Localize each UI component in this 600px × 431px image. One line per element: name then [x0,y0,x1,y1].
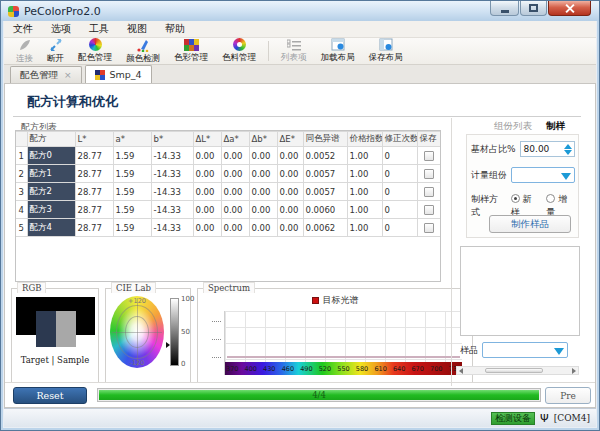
legend-label: 目标光谱 [323,294,359,307]
progress-text: 4/4 [98,389,540,401]
menu-file[interactable]: 文件 [4,20,42,38]
minimize-button[interactable] [490,1,519,16]
col-metamerism: 同色异谱 [303,132,347,147]
lightness-scale [170,298,179,366]
cell-dL: 0.00 [193,165,221,183]
maximize-button[interactable] [520,1,547,16]
recipe-name-cell[interactable]: 配方3 [27,201,75,219]
cielab-panel: CIE Lab +120 -120 100 50 0 [105,288,191,383]
tab-close-icon[interactable]: × [64,70,72,80]
scrollbar-thumb[interactable] [485,368,543,373]
y-axis-tick [212,339,221,340]
color-detect-icon [135,38,151,52]
cell-correction: 0 [382,165,417,183]
scroll-left-icon[interactable] [459,368,463,374]
cell-b: -14.33 [151,201,193,219]
tab-make-sample[interactable]: 制样 [546,120,565,133]
save-checkbox[interactable] [424,223,434,233]
lightness-marker [166,342,170,348]
spectrum-plot: 370 400 430 460 490 520 550 580 610 640 … [224,311,462,375]
cell-save [417,165,440,183]
save-checkbox[interactable] [424,169,434,179]
close-icon [565,3,575,13]
cell-metamerism: 0.0060 [303,201,347,219]
cell-da: 0.00 [221,147,249,165]
target-spectrum-curve [227,356,460,358]
sample-list-box[interactable] [460,246,580,336]
base-ratio-input[interactable]: 80.00 [520,141,575,157]
cell-correction: 0 [382,183,417,201]
toolbar-load-layout-button[interactable]: 加载布局 [314,38,362,64]
row-index: 1 [16,147,27,165]
maximize-icon [529,4,538,12]
cell-da: 0.00 [221,183,249,201]
toolbar-colorant-manage-button[interactable]: 色料管理 [215,38,263,64]
menu-help[interactable]: 帮助 [156,20,194,38]
table-row[interactable]: 5 配方4 28.77 1.59 -14.33 0.00 0.00 0.00 0… [16,219,440,237]
make-sample-button[interactable]: 制作样品 [489,215,571,233]
col-L: L* [75,132,113,147]
title-bar: PeColorPro2.0 [1,1,599,21]
cell-metamerism: 0.0052 [303,147,347,165]
reset-button[interactable]: Reset [13,387,87,404]
tick-370: 370 [226,365,238,373]
legend-color-swatch [312,297,319,304]
cell-save [417,201,440,219]
com-port-label: [COM4] [554,413,590,423]
tick-520: 520 [319,365,331,373]
menu-options[interactable]: 选项 [42,20,80,38]
toolbar-color-manage-button[interactable]: 色彩管理 [167,38,215,64]
recipe-name-cell[interactable]: 配方4 [27,219,75,237]
recipe-name-cell[interactable]: 配方2 [27,183,75,201]
table-row[interactable]: 4 配方3 28.77 1.59 -14.33 0.00 0.00 0.00 0… [16,201,440,219]
col-recipe: 配方 [27,132,75,147]
cell-da: 0.00 [221,201,249,219]
close-button[interactable] [548,1,591,16]
toolbar-color-detect-button[interactable]: 颜色检测 [119,38,167,64]
tab-color-match[interactable]: 配色管理 × [10,66,82,83]
tick-640: 640 [393,365,405,373]
cell-L: 28.77 [75,219,113,237]
tab-smp4[interactable]: Smp_4 [85,65,152,83]
save-checkbox[interactable] [424,187,434,197]
toolbar-color-match-button[interactable]: 配色管理 [71,38,119,64]
status-bar: 检测设备 Ψ [COM4] [4,408,596,427]
cell-dE: 0.00 [277,183,303,201]
minimize-icon [501,10,509,13]
component-dropdown[interactable] [511,167,575,183]
col-correction-count: 修正次数 [382,132,417,147]
tick-610: 610 [374,365,386,373]
pre-button[interactable]: Pre [545,387,591,404]
spinner-arrows-icon[interactable] [562,143,573,155]
sample-tab-icon [95,70,105,80]
cell-dE: 0.00 [277,147,303,165]
horizontal-scrollbar[interactable] [456,366,579,375]
cell-L: 28.77 [75,183,113,201]
col-da: Δa* [221,132,249,147]
cell-db: 0.00 [249,147,277,165]
spectrum-panel-label: Spectrum [203,282,255,293]
cell-b: -14.33 [151,183,193,201]
recipe-name-cell[interactable]: 配方0 [27,147,75,165]
cell-dE: 0.00 [277,165,303,183]
sample-dropdown[interactable] [482,342,568,358]
save-checkbox[interactable] [424,151,434,161]
recipe-name-cell[interactable]: 配方1 [27,165,75,183]
toolbar-load-layout-label: 加载布局 [321,52,355,64]
menu-tools[interactable]: 工具 [80,20,118,38]
table-row[interactable]: 3 配方2 28.77 1.59 -14.33 0.00 0.00 0.00 0… [16,183,440,201]
save-checkbox[interactable] [424,205,434,215]
scroll-right-icon[interactable] [572,368,576,374]
menu-view[interactable]: 视图 [118,20,156,38]
recipe-table: 配方 L* a* b* ΔL* Δa* Δb* ΔE* 同色异谱 价格指数 修正… [16,131,441,237]
progress-bar: 4/4 [97,388,541,402]
cell-save [417,147,440,165]
tab-smp4-label: Smp_4 [110,69,142,80]
cell-dE: 0.00 [277,219,303,237]
toolbar-save-layout-button[interactable]: 保存布局 [362,38,410,64]
base-ratio-value: 80.00 [524,144,550,154]
toolbar-disconnect-button[interactable]: 断开 [40,38,71,64]
tab-component-list[interactable]: 组份列表 [494,120,532,133]
table-row[interactable]: 1 配方0 28.77 1.59 -14.33 0.00 0.00 0.00 0… [16,147,440,165]
table-row[interactable]: 2 配方1 28.77 1.59 -14.33 0.00 0.00 0.00 0… [16,165,440,183]
